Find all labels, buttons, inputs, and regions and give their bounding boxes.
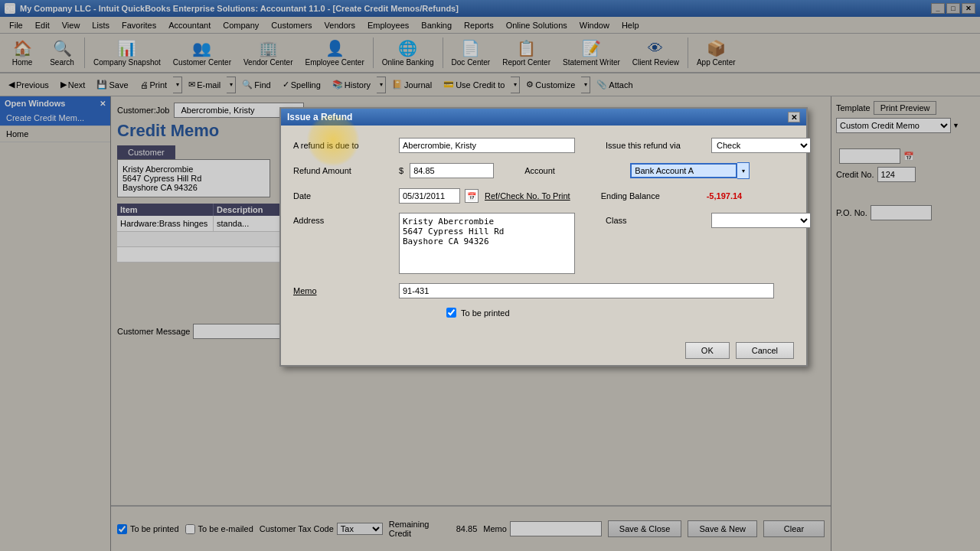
refund-row-4: Address Kristy Abercrombie 5647 Cypress … (293, 213, 794, 274)
dialog-body: A refund is due to Issue this refund via… (281, 126, 806, 336)
account-dropdown-arrow[interactable]: ▾ (737, 162, 750, 179)
account-label: Account (524, 166, 624, 175)
address-row: Address Kristy Abercrombie 5647 Cypress … (293, 213, 575, 274)
class-label: Class (606, 216, 705, 225)
account-input[interactable] (630, 163, 737, 178)
memo-input-dialog[interactable] (399, 283, 774, 298)
memo-row-dialog: Memo (293, 283, 794, 298)
dialog-footer: OK Cancel (281, 336, 806, 365)
to-be-printed-label-dialog: To be printed (461, 308, 510, 318)
dialog-title-bar: Issue a Refund ✕ (281, 109, 806, 126)
date-label-dialog: Date (293, 191, 393, 201)
to-be-printed-row-dialog: To be printed (446, 308, 794, 318)
ending-balance-row: Ending Balance -5,197.14 (601, 191, 742, 201)
ref-check-label: Ref/Check No. To Print (485, 191, 570, 201)
ok-button[interactable]: OK (685, 342, 730, 359)
refund-amount-label: Refund Amount (293, 166, 393, 175)
date-input-dialog[interactable] (399, 188, 460, 204)
issue-via-label: Issue this refund via (606, 141, 705, 150)
refund-row-1: A refund is due to Issue this refund via… (293, 138, 794, 153)
date-input-row: 📅 (399, 188, 479, 204)
refund-due-to-label: A refund is due to (293, 141, 393, 150)
dialog-title-text: Issue a Refund (287, 112, 352, 122)
date-row: Date 📅 Ref/Check No. To Print (293, 188, 570, 204)
issue-via-select[interactable]: Check (711, 138, 811, 153)
memo-label-dialog: Memo (293, 286, 393, 295)
refund-amount-row: Refund Amount $ (293, 163, 494, 178)
dollar-sign: $ (399, 166, 403, 175)
refund-due-to-row: A refund is due to (293, 138, 575, 153)
calendar-button[interactable]: 📅 (465, 189, 479, 203)
refund-row-2: Refund Amount $ Account ▾ (293, 162, 794, 179)
dialog-close-button[interactable]: ✕ (788, 112, 800, 122)
ending-balance-value: -5,197.14 (707, 191, 742, 201)
to-be-printed-checkbox-dialog[interactable] (446, 308, 456, 318)
refund-row-3: Date 📅 Ref/Check No. To Print Ending Bal… (293, 188, 794, 204)
class-select[interactable] (711, 213, 811, 228)
ending-balance-label: Ending Balance (601, 191, 701, 201)
issue-via-row: Issue this refund via Check (606, 138, 811, 153)
address-textarea[interactable]: Kristy Abercrombie 5647 Cypress Hill Rd … (399, 213, 575, 274)
refund-amount-input[interactable] (410, 163, 494, 178)
issue-refund-dialog: Issue a Refund ✕ A refund is due to Issu… (279, 107, 808, 367)
account-row: Account ▾ (524, 162, 750, 179)
cancel-button[interactable]: Cancel (736, 342, 794, 359)
address-label: Address (293, 216, 393, 225)
refund-due-to-input[interactable] (399, 138, 575, 153)
class-row: Class (606, 213, 811, 228)
